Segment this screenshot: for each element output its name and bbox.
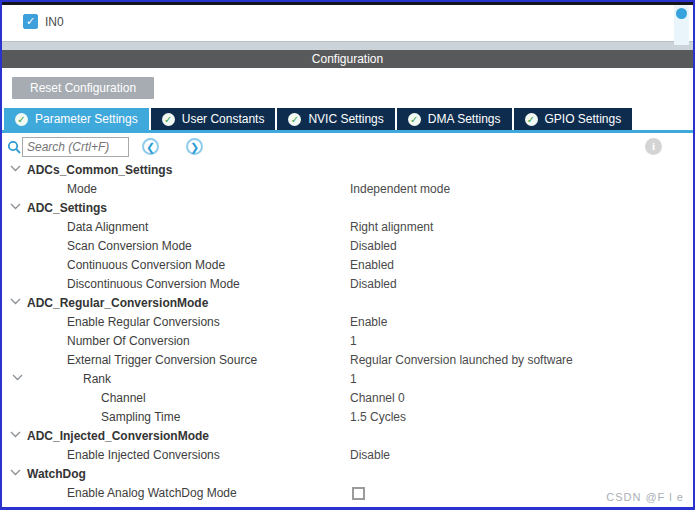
tree-row-label: ADC_Injected_ConversionMode bbox=[27, 429, 209, 443]
tree-row-sampling-time[interactable]: Sampling Time1.5 Cycles bbox=[2, 408, 693, 427]
tree-row-value[interactable]: Disabled bbox=[350, 275, 397, 294]
tree-row-discontinuous-conversion-mode[interactable]: Discontinuous Conversion ModeDisabled bbox=[2, 275, 693, 294]
chevron-down-icon[interactable] bbox=[10, 431, 21, 438]
tree-row-label: ADC_Settings bbox=[27, 201, 107, 215]
tree-row-scan-conversion-mode[interactable]: Scan Conversion ModeDisabled bbox=[2, 237, 693, 256]
search-next-button[interactable]: ❯ bbox=[186, 138, 203, 155]
tab-nvic-settings[interactable]: ✓NVIC Settings bbox=[277, 108, 394, 130]
chevron-down-icon[interactable] bbox=[10, 203, 21, 210]
unchecked-checkbox-icon[interactable] bbox=[352, 487, 365, 500]
tree-group-watchdog[interactable]: WatchDog bbox=[2, 465, 693, 484]
search-icon bbox=[7, 140, 21, 158]
tab-label: Parameter Settings bbox=[35, 112, 138, 126]
tree-row-channel[interactable]: ChannelChannel 0 bbox=[2, 389, 693, 408]
tree-row-value[interactable]: Enable bbox=[350, 313, 387, 332]
tree-row-enable-injected-conversions[interactable]: Enable Injected ConversionsDisable bbox=[2, 446, 693, 465]
tree-row-external-trigger-conversion-source[interactable]: External Trigger Conversion SourceRegula… bbox=[2, 351, 693, 370]
tree-row-label: Channel bbox=[101, 391, 146, 405]
tab-user-constants[interactable]: ✓User Constants bbox=[151, 108, 276, 130]
tree-row-label: Sampling Time bbox=[101, 410, 180, 424]
tab-parameter-settings[interactable]: ✓Parameter Settings bbox=[4, 108, 149, 130]
tree-row-enable-regular-conversions[interactable]: Enable Regular ConversionsEnable bbox=[2, 313, 693, 332]
tree-row-label: Data Alignment bbox=[67, 220, 148, 234]
tree-row-data-alignment[interactable]: Data AlignmentRight alignment bbox=[2, 218, 693, 237]
tree-row-enable-analog-watchdog-mode[interactable]: Enable Analog WatchDog Mode bbox=[2, 484, 693, 503]
tree-row-label: Mode bbox=[67, 182, 97, 196]
parameter-tree: ADCs_Common_SettingsModeIndependent mode… bbox=[2, 161, 693, 503]
tree-row-label: WatchDog bbox=[27, 467, 86, 481]
tree-row-value[interactable]: Regular Conversion launched by software bbox=[350, 351, 573, 370]
configuration-header: Configuration bbox=[2, 50, 693, 68]
tree-row-value[interactable]: Disable bbox=[350, 446, 390, 465]
search-row: ❮ ❯ i bbox=[2, 133, 693, 161]
tab-gpio-settings[interactable]: ✓GPIO Settings bbox=[514, 108, 633, 130]
scrollbar-thumb[interactable] bbox=[676, 8, 687, 19]
tree-row-value[interactable]: Independent mode bbox=[350, 180, 450, 199]
tree-row-label: ADC_Regular_ConversionMode bbox=[27, 296, 208, 310]
search-prev-button[interactable]: ❮ bbox=[142, 138, 159, 155]
tree-row-label: Enable Injected Conversions bbox=[67, 448, 220, 462]
tab-check-icon: ✓ bbox=[288, 113, 301, 126]
tree-group-adc-settings[interactable]: ADC_Settings bbox=[2, 199, 693, 218]
mode-panel-scrollbar[interactable] bbox=[674, 5, 689, 45]
info-icon[interactable]: i bbox=[645, 138, 662, 155]
tree-row-label: Discontinuous Conversion Mode bbox=[67, 277, 240, 291]
tree-row-label: Rank bbox=[83, 372, 111, 386]
configuration-title: Configuration bbox=[312, 52, 383, 66]
tree-row-label: Enable Analog WatchDog Mode bbox=[67, 486, 237, 500]
tab-check-icon: ✓ bbox=[15, 113, 28, 126]
tree-row-value[interactable]: 1 bbox=[350, 370, 357, 389]
tree-row-value[interactable]: Channel 0 bbox=[350, 389, 405, 408]
tree-row-number-of-conversion[interactable]: Number Of Conversion1 bbox=[2, 332, 693, 351]
tab-check-icon: ✓ bbox=[162, 113, 175, 126]
tree-group-adc-injected-conversionmode[interactable]: ADC_Injected_ConversionMode bbox=[2, 427, 693, 446]
tree-row-label: External Trigger Conversion Source bbox=[67, 353, 257, 367]
tree-row-label: Scan Conversion Mode bbox=[67, 239, 192, 253]
tab-check-icon: ✓ bbox=[408, 113, 421, 126]
tree-row-label: ADCs_Common_Settings bbox=[27, 163, 172, 177]
tree-row-label: Enable Regular Conversions bbox=[67, 315, 220, 329]
tab-label: DMA Settings bbox=[428, 112, 501, 126]
tab-dma-settings[interactable]: ✓DMA Settings bbox=[397, 108, 512, 130]
tab-label: User Constants bbox=[182, 112, 265, 126]
tree-row-value[interactable]: Disabled bbox=[350, 237, 397, 256]
toolbar: Reset Configuration bbox=[2, 68, 693, 108]
tree-row-rank[interactable]: Rank1 bbox=[2, 370, 693, 389]
mode-panel: ✓ IN0 bbox=[2, 5, 693, 41]
tree-row-label: Number Of Conversion bbox=[67, 334, 190, 348]
tree-row-value[interactable]: 1 bbox=[350, 332, 357, 351]
tree-group-adcs-common-settings[interactable]: ADCs_Common_Settings bbox=[2, 161, 693, 180]
in0-checkbox-row[interactable]: ✓ IN0 bbox=[23, 14, 64, 29]
in0-checkbox-label: IN0 bbox=[45, 15, 64, 29]
tree-row-label: Continuous Conversion Mode bbox=[67, 258, 225, 272]
checked-checkbox-icon[interactable]: ✓ bbox=[23, 14, 38, 29]
adc-configuration-window: ✓ IN0 Configuration Reset Configuration … bbox=[0, 0, 695, 510]
chevron-down-icon[interactable] bbox=[10, 165, 21, 172]
tree-row-value[interactable]: 1.5 Cycles bbox=[350, 408, 406, 427]
tree-row-value[interactable]: Enabled bbox=[350, 256, 394, 275]
tab-check-icon: ✓ bbox=[525, 113, 538, 126]
search-input[interactable] bbox=[22, 137, 129, 157]
tab-label: GPIO Settings bbox=[545, 112, 622, 126]
tree-row-value[interactable]: Right alignment bbox=[350, 218, 433, 237]
tree-group-adc-regular-conversionmode[interactable]: ADC_Regular_ConversionMode bbox=[2, 294, 693, 313]
chevron-down-icon[interactable] bbox=[10, 469, 21, 476]
tree-row-continuous-conversion-mode[interactable]: Continuous Conversion ModeEnabled bbox=[2, 256, 693, 275]
panel-divider bbox=[2, 41, 693, 50]
settings-tabs: ✓Parameter Settings✓User Constants✓NVIC … bbox=[2, 108, 693, 130]
reset-configuration-button[interactable]: Reset Configuration bbox=[12, 77, 154, 99]
chevron-down-icon[interactable] bbox=[12, 374, 23, 381]
watermark-text: CSDN @F l e bbox=[606, 491, 684, 503]
tab-label: NVIC Settings bbox=[308, 112, 383, 126]
chevron-down-icon[interactable] bbox=[10, 298, 21, 305]
tree-row-mode[interactable]: ModeIndependent mode bbox=[2, 180, 693, 199]
